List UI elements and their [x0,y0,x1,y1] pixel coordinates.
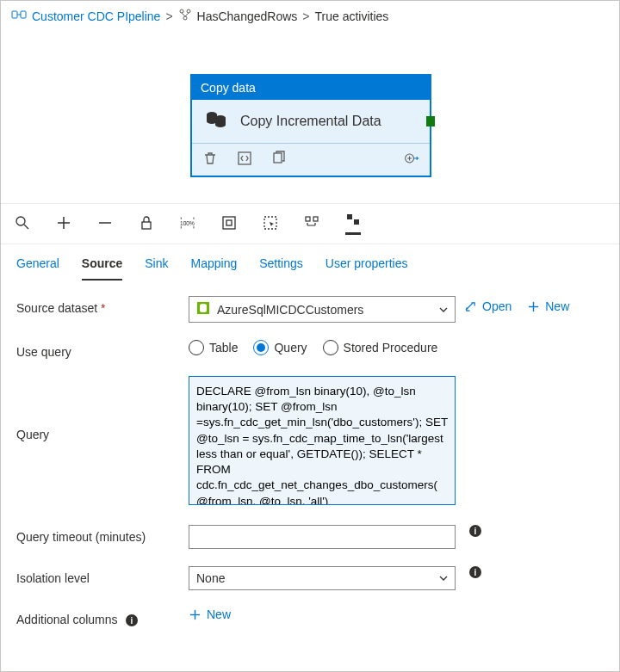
chevron-down-icon [439,305,448,314]
source-dataset-select[interactable]: AzureSqlMICDCCustomers [189,296,456,323]
open-dataset-button[interactable]: Open [464,299,512,313]
activity-type-label: Copy data [192,76,430,100]
svg-text:i: i [131,616,133,626]
select-icon[interactable] [263,215,278,233]
tab-settings[interactable]: Settings [259,256,303,281]
properties-tabs: GeneralSourceSinkMappingSettingsUser pro… [1,244,619,281]
isolation-value: None [196,571,225,585]
zoom-in-icon[interactable] [56,215,71,233]
svg-point-4 [187,9,190,13]
svg-rect-1 [21,11,26,18]
svg-rect-28 [354,219,359,225]
use-query-radio-group: TableQueryStored Procedure [189,340,456,355]
clone-icon[interactable] [271,151,287,169]
chevron-down-icon [439,574,448,583]
svg-rect-9 [274,153,282,163]
tab-sink[interactable]: Sink [145,256,168,281]
svg-rect-21 [194,226,195,228]
new-dataset-button[interactable]: New [527,299,569,313]
source-form: Source dataset * AzureSqlMICDCCustomers … [1,281,619,633]
source-dataset-label: Source dataset * [16,296,180,315]
activity-name: Copy Incremental Data [240,114,381,129]
radio-stored-procedure[interactable]: Stored Procedure [323,340,438,355]
canvas-toolbar: 100% [1,203,619,244]
sql-dataset-icon [196,301,210,318]
breadcrumb-sep-1: > [165,9,172,23]
svg-point-11 [16,217,25,225]
svg-rect-0 [12,11,17,18]
info-icon[interactable]: i [469,525,481,537]
delete-icon[interactable] [202,151,218,169]
source-dataset-value: AzureSqlMICDCCustomers [217,303,363,317]
svg-rect-26 [313,217,318,221]
add-column-button[interactable]: New [189,607,456,621]
align-icon[interactable] [304,215,319,233]
zoom-out-icon[interactable] [97,215,113,233]
svg-rect-27 [347,214,352,219]
zoom-fit-icon[interactable] [221,215,237,233]
isolation-label: Isolation level [16,566,180,585]
svg-rect-23 [226,220,232,225]
radio-query[interactable]: Query [253,340,307,355]
use-query-label: Use query [16,340,180,359]
svg-rect-19 [181,226,182,228]
isolation-select[interactable]: None [189,566,456,590]
copy-activity-node[interactable]: Copy data Copy Incremental Data [190,74,431,177]
breadcrumb-leaf: True activities [315,9,389,23]
tab-general[interactable]: General [16,256,59,281]
zoom-reset-icon[interactable]: 100% [180,215,195,233]
svg-point-3 [180,9,183,13]
tab-source[interactable]: Source [82,256,122,281]
query-label: Query [16,376,180,441]
timeout-label: Query timeout (minutes) [16,525,180,544]
layout-icon[interactable] [345,213,361,235]
query-textarea[interactable] [189,376,456,505]
pipeline-canvas[interactable]: Copy data Copy Incremental Data [1,31,619,203]
info-icon[interactable]: i [126,614,138,626]
radio-table[interactable]: Table [189,340,238,355]
svg-line-12 [24,225,28,229]
svg-rect-22 [223,217,235,229]
breadcrumb-sep-2: > [302,9,309,23]
add-output-icon[interactable] [404,151,419,169]
svg-rect-16 [142,222,151,229]
breadcrumb-root-link[interactable]: Customer CDC PIpeline [32,9,160,23]
svg-rect-20 [194,217,195,219]
svg-rect-8 [239,152,251,164]
svg-rect-25 [306,217,310,221]
search-icon[interactable] [15,215,30,233]
database-copy-icon [204,110,228,133]
tab-user-properties[interactable]: User properties [326,256,408,281]
lock-icon[interactable] [139,215,154,233]
activity-success-port[interactable] [426,116,435,126]
svg-text:i: i [474,527,477,536]
svg-text:i: i [474,568,477,577]
svg-text:100%: 100% [180,220,195,226]
additional-columns-label: Additional columns i [16,607,180,626]
svg-rect-18 [181,217,182,219]
code-icon[interactable] [237,151,252,169]
if-icon [178,8,192,24]
breadcrumb-mid: HasChangedRows [197,9,298,23]
pipeline-icon [11,9,27,23]
tab-mapping[interactable]: Mapping [191,256,238,281]
info-icon[interactable]: i [469,566,481,578]
timeout-input[interactable] [189,525,456,549]
svg-point-5 [183,16,187,20]
breadcrumb: Customer CDC PIpeline > HasChangedRows >… [1,1,619,31]
